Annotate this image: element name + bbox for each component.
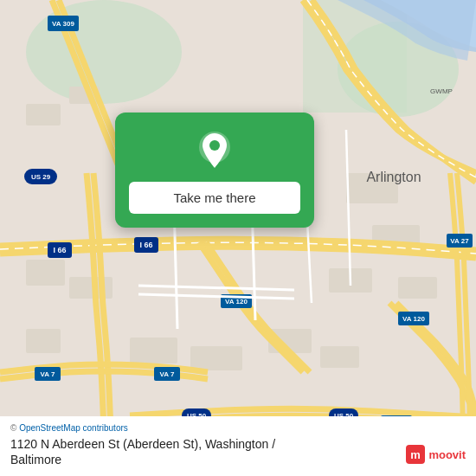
svg-rect-4	[26, 104, 61, 125]
openstreetmap-link[interactable]: OpenStreetMap contributors	[19, 423, 128, 433]
svg-rect-6	[26, 260, 65, 286]
svg-rect-14	[190, 346, 242, 370]
moovit-text: moovit	[428, 448, 466, 461]
svg-rect-16	[320, 346, 359, 368]
svg-text:VA 309: VA 309	[52, 20, 74, 28]
moovit-logo: m moovit	[406, 445, 466, 464]
copyright-line: © OpenStreetMap contributors	[10, 423, 466, 433]
svg-text:GWMP: GWMP	[430, 87, 453, 95]
svg-text:VA 27: VA 27	[450, 237, 469, 245]
bottom-info-bar: © OpenStreetMap contributors 1120 N Aber…	[0, 416, 476, 476]
copyright-symbol: ©	[10, 423, 16, 433]
address-text: 1120 N Aberdeen St (Aberdeen St), Washin…	[10, 436, 275, 467]
address-line2: Baltimore	[10, 453, 61, 466]
address-line1: 1120 N Aberdeen St (Aberdeen St), Washin…	[10, 437, 275, 451]
svg-text:VA 7: VA 7	[41, 370, 55, 378]
map-roads: I 66 I 66 VA 309 US 29 VA 120 VA 120 VA …	[0, 0, 476, 476]
take-me-there-button[interactable]: Take me there	[129, 182, 300, 214]
svg-rect-7	[69, 277, 113, 299]
map-container: I 66 I 66 VA 309 US 29 VA 120 VA 120 VA …	[0, 0, 476, 476]
svg-text:VA 7: VA 7	[160, 370, 175, 378]
svg-rect-13	[130, 338, 177, 363]
svg-text:Arlington: Arlington	[366, 170, 421, 184]
svg-text:VA 120: VA 120	[225, 298, 248, 306]
svg-text:I 66: I 66	[53, 246, 66, 254]
svg-text:m: m	[411, 448, 421, 461]
svg-rect-8	[26, 329, 61, 353]
navigation-card: Take me there	[115, 113, 314, 228]
location-pin-icon	[194, 130, 235, 171]
svg-text:I 66: I 66	[139, 241, 152, 249]
svg-text:VA 120: VA 120	[402, 315, 425, 323]
svg-text:US 29: US 29	[31, 173, 51, 181]
svg-rect-12	[398, 277, 437, 299]
moovit-icon: m	[406, 445, 425, 464]
svg-point-52	[209, 140, 220, 151]
